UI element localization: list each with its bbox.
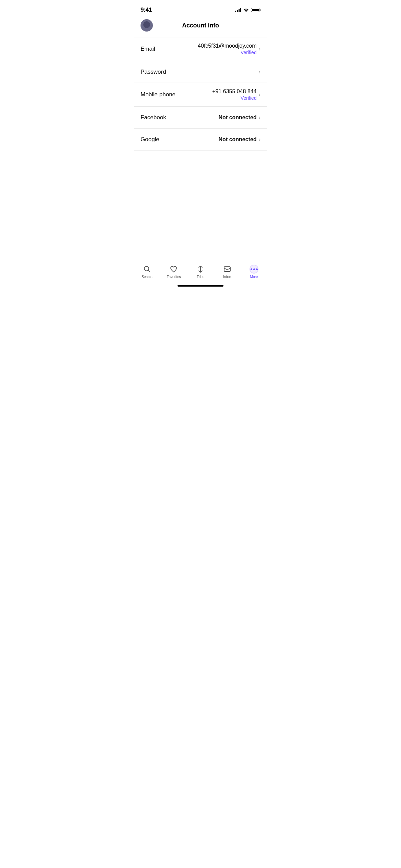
facebook-right: Not connected › xyxy=(219,114,260,121)
heart-icon xyxy=(169,265,178,274)
home-indicator xyxy=(178,285,223,287)
tab-trips[interactable]: Trips xyxy=(187,265,214,279)
mobile-phone-label: Mobile phone xyxy=(141,91,175,98)
signal-icon xyxy=(235,8,241,12)
status-icons xyxy=(235,8,260,12)
account-info-list: Email 40fc5f31@moodjoy.com Verified › Pa… xyxy=(134,37,267,150)
status-bar: 9:41 xyxy=(134,0,267,15)
google-label: Google xyxy=(141,136,159,143)
facebook-label: Facebook xyxy=(141,114,166,121)
tab-inbox-label: Inbox xyxy=(223,275,231,279)
mobile-phone-verified-badge: Verified xyxy=(241,95,257,101)
password-chevron-icon: › xyxy=(259,69,260,75)
battery-icon xyxy=(251,8,260,12)
email-label: Email xyxy=(141,46,155,52)
google-row[interactable]: Google Not connected › xyxy=(134,129,267,150)
google-right: Not connected › xyxy=(219,136,260,143)
google-status: Not connected xyxy=(219,136,257,143)
back-button[interactable] xyxy=(141,19,153,32)
mobile-phone-value-block: +91 6355 048 844 Verified xyxy=(212,88,256,101)
back-avatar xyxy=(141,19,153,32)
tab-favorites[interactable]: Favorites xyxy=(160,265,187,279)
more-icon xyxy=(250,265,258,274)
facebook-status: Not connected xyxy=(219,114,257,121)
trips-icon xyxy=(196,265,205,274)
mobile-phone-right: +91 6355 048 844 Verified › xyxy=(212,88,260,101)
search-icon xyxy=(143,265,151,274)
email-right: 40fc5f31@moodjoy.com Verified › xyxy=(198,43,260,55)
tab-favorites-label: Favorites xyxy=(167,275,181,279)
email-verified-badge: Verified xyxy=(241,50,257,55)
password-right: › xyxy=(259,69,260,75)
google-chevron-icon: › xyxy=(259,136,260,143)
tab-search-label: Search xyxy=(142,275,153,279)
tab-trips-label: Trips xyxy=(197,275,204,279)
tab-inbox[interactable]: Inbox xyxy=(214,265,241,279)
password-row[interactable]: Password › xyxy=(134,61,267,83)
email-value: 40fc5f31@moodjoy.com xyxy=(198,43,257,49)
inbox-icon xyxy=(223,265,232,274)
tab-more-label: More xyxy=(250,275,258,279)
tab-more[interactable]: More xyxy=(241,265,267,279)
email-row[interactable]: Email 40fc5f31@moodjoy.com Verified › xyxy=(134,37,267,61)
page-title: Account info xyxy=(182,22,219,29)
password-label: Password xyxy=(141,69,166,75)
wifi-icon xyxy=(243,8,249,12)
tab-search[interactable]: Search xyxy=(134,265,160,279)
mobile-phone-chevron-icon: › xyxy=(259,92,260,98)
mobile-phone-value: +91 6355 048 844 xyxy=(212,88,256,95)
email-value-block: 40fc5f31@moodjoy.com Verified xyxy=(198,43,257,55)
page-header: Account info xyxy=(134,15,267,37)
email-chevron-icon: › xyxy=(259,46,260,52)
svg-rect-1 xyxy=(224,267,230,272)
facebook-row[interactable]: Facebook Not connected › xyxy=(134,107,267,129)
facebook-chevron-icon: › xyxy=(259,114,260,121)
mobile-phone-row[interactable]: Mobile phone +91 6355 048 844 Verified › xyxy=(134,83,267,107)
status-time: 9:41 xyxy=(141,7,152,13)
